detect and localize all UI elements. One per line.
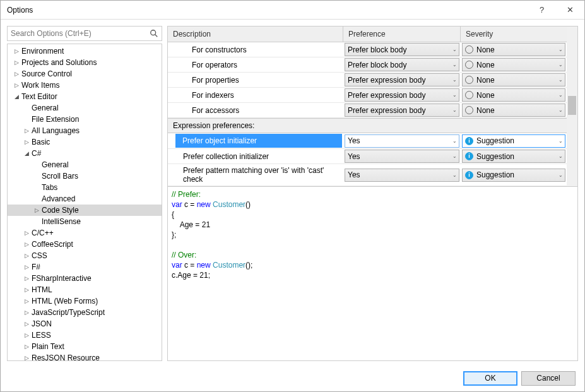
close-button[interactable]: ✕ — [556, 1, 584, 19]
tree-item[interactable]: ▷Source Control — [8, 68, 162, 80]
tree-item[interactable]: ▷FSharpInteractive — [8, 273, 162, 284]
severity-dropdown[interactable]: None⌄ — [462, 104, 565, 117]
settings-grid: Description Preference Severity For cons… — [168, 27, 577, 186]
tree-item-label: Tabs — [42, 182, 57, 193]
options-tree[interactable]: ▷Environment▷Projects and Solutions▷Sour… — [7, 44, 162, 361]
settings-row: For indexersPrefer expression body⌄None⌄ — [168, 88, 567, 103]
severity-dropdown[interactable]: None⌄ — [462, 88, 565, 102]
tree-item[interactable]: ▷LESS — [8, 330, 162, 341]
settings-row: For propertiesPrefer expression body⌄Non… — [168, 73, 567, 88]
header-preference[interactable]: Preference — [343, 27, 461, 42]
search-input[interactable] — [11, 29, 150, 38]
chevron-icon: ▷ — [13, 68, 20, 80]
tree-item[interactable]: ◢Text Editor — [8, 91, 162, 102]
tree-item[interactable]: ▷F# — [8, 261, 162, 273]
severity-dropdown[interactable]: iSuggestion⌄ — [462, 134, 565, 148]
chevron-down-icon: ⌄ — [452, 77, 457, 83]
chevron-down-icon: ⌄ — [558, 172, 563, 178]
row-description[interactable]: For accessors — [168, 104, 343, 117]
tree-item[interactable]: ▷HTML — [8, 284, 162, 295]
chevron-down-icon: ⌄ — [558, 62, 563, 68]
row-description[interactable]: For indexers — [168, 89, 343, 102]
preference-dropdown[interactable]: Prefer expression body⌄ — [345, 88, 459, 102]
none-icon — [465, 61, 473, 69]
chevron-down-icon: ⌄ — [558, 47, 563, 52]
chevron-icon: ▷ — [23, 273, 30, 284]
tree-item-label: All Languages — [32, 125, 80, 136]
window-title: Options — [7, 6, 528, 15]
tree-item[interactable]: ▷HTML (Web Forms) — [8, 295, 162, 307]
ok-button[interactable]: OK — [463, 371, 517, 386]
options-dialog: Options ? ✕ ▷Environment▷Projects and So… — [0, 0, 585, 392]
tree-item[interactable]: Scroll Bars — [8, 170, 162, 182]
info-icon: i — [465, 152, 473, 160]
tree-item-label: C# — [32, 148, 41, 159]
row-description[interactable]: Prefer pattern matching over 'is' with '… — [168, 164, 343, 186]
row-description[interactable]: For constructors — [168, 44, 343, 56]
severity-dropdown[interactable]: iSuggestion⌄ — [462, 150, 565, 163]
severity-dropdown[interactable]: iSuggestion⌄ — [462, 169, 565, 182]
header-description[interactable]: Description — [168, 27, 343, 42]
none-icon — [465, 91, 473, 99]
tree-item[interactable]: File Extension — [8, 114, 162, 125]
chevron-down-icon: ⌄ — [452, 47, 457, 52]
tree-item[interactable]: ▷CoffeeScript — [8, 239, 162, 250]
tree-item-label: Text Editor — [21, 91, 57, 102]
tree-item[interactable]: ▷ResJSON Resource — [8, 352, 162, 361]
preference-dropdown[interactable]: Prefer block body⌄ — [345, 58, 459, 71]
row-description[interactable]: For properties — [168, 74, 343, 86]
tree-item[interactable]: ▷Work Items — [8, 80, 162, 91]
tree-item[interactable]: ▷Environment — [8, 45, 162, 57]
tree-item[interactable]: ▷C/C++ — [8, 227, 162, 239]
severity-dropdown[interactable]: None⌄ — [462, 73, 565, 86]
tree-item[interactable]: ▷Projects and Solutions — [8, 57, 162, 68]
tree-item-label: HTML (Web Forms) — [32, 295, 98, 307]
tree-item-label: File Extension — [32, 114, 79, 125]
tree-item-label: CSS — [32, 250, 47, 261]
row-description[interactable]: Prefer object initializer — [175, 134, 342, 148]
tree-item[interactable]: ▷JSON — [8, 318, 162, 330]
grid-scrollbar[interactable] — [567, 27, 577, 186]
severity-dropdown[interactable]: None⌄ — [462, 43, 565, 56]
tree-item[interactable]: ▷All Languages — [8, 125, 162, 136]
tree-item[interactable]: IntelliSense — [8, 216, 162, 227]
chevron-down-icon: ⌄ — [452, 62, 457, 68]
cancel-button[interactable]: Cancel — [521, 371, 576, 386]
chevron-icon: ▷ — [23, 352, 30, 361]
tree-item[interactable]: ▷Plain Text — [8, 341, 162, 352]
grid-scrollbar-thumb[interactable] — [568, 96, 576, 115]
tree-item-label: IntelliSense — [42, 216, 81, 227]
tree-item[interactable]: ▷CSS — [8, 250, 162, 261]
chevron-icon: ▷ — [23, 125, 30, 136]
tree-item[interactable]: Advanced — [8, 193, 162, 205]
chevron-icon: ▷ — [23, 330, 30, 341]
tree-item-label: ResJSON Resource — [32, 352, 100, 361]
row-description[interactable]: Prefer collection initializer — [168, 150, 343, 163]
preference-dropdown[interactable]: Prefer expression body⌄ — [345, 104, 459, 117]
search-box[interactable] — [7, 26, 162, 41]
tree-item[interactable]: Tabs — [8, 182, 162, 193]
tree-item[interactable]: ▷JavaScript/TypeScript — [8, 307, 162, 318]
chevron-down-icon: ⌄ — [452, 92, 457, 98]
settings-row: Prefer pattern matching over 'is' with '… — [168, 164, 567, 186]
row-description[interactable]: For operators — [168, 59, 343, 71]
tree-item[interactable]: ▷Code Style — [8, 205, 162, 216]
tree-item[interactable]: ◢C# — [8, 148, 162, 159]
severity-dropdown[interactable]: None⌄ — [462, 58, 565, 71]
tree-item-label: Code Style — [42, 205, 79, 216]
tree-item[interactable]: ▷Basic — [8, 136, 162, 148]
chevron-down-icon: ⌄ — [452, 107, 457, 113]
preference-dropdown[interactable]: Prefer expression body⌄ — [345, 73, 459, 86]
preference-dropdown[interactable]: Yes⌄ — [345, 169, 459, 182]
tree-item-label: Projects and Solutions — [21, 57, 97, 68]
tree-item-label: General — [42, 159, 69, 170]
help-button[interactable]: ? — [528, 1, 556, 19]
tree-item[interactable]: General — [8, 159, 162, 170]
preference-dropdown[interactable]: Yes⌄ — [345, 134, 459, 148]
tree-item-label: General — [32, 102, 59, 114]
tree-item[interactable]: General — [8, 102, 162, 114]
preference-dropdown[interactable]: Yes⌄ — [345, 150, 459, 163]
chevron-icon: ▷ — [23, 239, 30, 250]
preference-dropdown[interactable]: Prefer block body⌄ — [345, 43, 459, 56]
header-severity[interactable]: Severity — [461, 27, 567, 42]
